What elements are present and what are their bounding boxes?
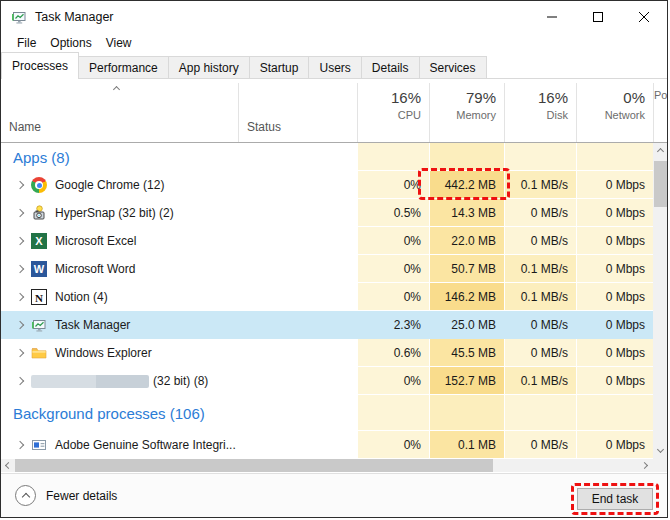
cpu-cell: 0% (357, 255, 429, 283)
disk-cell: 0.1 MB/s (504, 367, 576, 395)
process-name: Google Chrome (12) (55, 178, 164, 192)
menu-item-options[interactable]: Options (43, 34, 98, 52)
process-name: Notion (4) (55, 290, 108, 304)
column-header-status[interactable]: Status (238, 83, 357, 142)
horizontal-scrollbar[interactable] (1, 459, 653, 472)
network-cell: 0 Mbps (576, 311, 653, 339)
task-manager-icon (11, 9, 27, 25)
process-row[interactable]: WMicrosoft Word0%50.7 MB0.1 MB/s0 Mbps (1, 255, 653, 283)
expand-chevron-icon[interactable] (16, 181, 24, 189)
process-name: Task Manager (55, 318, 130, 332)
end-task-annotation: End task (571, 483, 659, 515)
expand-chevron-icon[interactable] (16, 265, 24, 273)
status-cell (238, 395, 357, 431)
scroll-right-icon[interactable] (641, 462, 648, 469)
name-cell: Apps (8) (1, 143, 238, 171)
scroll-up-icon[interactable] (657, 148, 664, 155)
expand-chevron-icon[interactable] (16, 293, 24, 301)
tab-details[interactable]: Details (362, 56, 420, 78)
tab-app-history[interactable]: App history (169, 56, 250, 78)
expand-chevron-icon[interactable] (16, 441, 24, 449)
memory-cell: 146.2 MB (429, 283, 504, 311)
vertical-scrollbar-thumb[interactable] (654, 161, 668, 207)
word-icon: W (31, 261, 47, 277)
column-header-power[interactable]: Po (653, 83, 668, 142)
excel-icon: X (31, 233, 47, 249)
expand-chevron-icon[interactable] (16, 349, 24, 357)
adobe-icon (31, 437, 47, 453)
expand-chevron-icon[interactable] (16, 321, 24, 329)
status-cell (238, 143, 357, 171)
cpu-cell: 0% (357, 171, 429, 199)
process-row[interactable]: Windows Explorer0.6%45.5 MB0 MB/s0 Mbps (1, 339, 653, 367)
minimize-button[interactable] (529, 1, 575, 33)
name-cell: (32 bit) (8) (1, 367, 238, 395)
disk-cell: 0 MB/s (504, 431, 576, 459)
name-cell: Google Chrome (12) (1, 171, 238, 199)
column-header-network[interactable]: 0% Network (576, 83, 653, 142)
maximize-button[interactable] (575, 1, 621, 33)
name-cell: Background processes (106) (1, 395, 238, 431)
status-cell (238, 283, 357, 311)
window-controls (529, 1, 667, 33)
horizontal-scrollbar-thumb[interactable] (15, 459, 493, 472)
menu-item-view[interactable]: View (99, 34, 139, 52)
tab-processes[interactable]: Processes (1, 52, 79, 78)
process-row[interactable]: Adobe Genuine Software Integri...0%0.1 M… (1, 431, 653, 459)
tab-startup[interactable]: Startup (250, 56, 310, 78)
column-header-name[interactable]: Name (9, 120, 41, 134)
process-row[interactable]: XMicrosoft Excel0%22.0 MB0 MB/s0 Mbps (1, 227, 653, 255)
process-row[interactable]: HyperSnap (32 bit) (2)0.5%14.3 MB0 MB/s0… (1, 199, 653, 227)
cpu-cell (357, 143, 429, 171)
cpu-cell (357, 395, 429, 431)
process-name: Microsoft Excel (55, 234, 136, 248)
vertical-scrollbar[interactable] (653, 143, 668, 459)
status-cell (238, 367, 357, 395)
network-cell: 0 Mbps (576, 171, 653, 199)
column-header-memory[interactable]: 79% Memory (429, 83, 504, 142)
expand-chevron-icon[interactable] (16, 209, 24, 217)
status-cell (238, 199, 357, 227)
name-cell: WMicrosoft Word (1, 255, 238, 283)
footer-bar: Fewer details End task (1, 473, 667, 518)
close-button[interactable] (621, 1, 667, 33)
network-cell: 0 Mbps (576, 339, 653, 367)
end-task-button[interactable]: End task (577, 488, 653, 510)
expand-chevron-icon[interactable] (16, 377, 24, 385)
section-header-row[interactable]: Background processes (106) (1, 395, 653, 431)
scroll-down-icon[interactable] (657, 446, 664, 453)
process-row[interactable]: (32 bit) (8)0%152.7 MB0.1 MB/s0 Mbps (1, 367, 653, 395)
section-header-row[interactable]: Apps (8) (1, 143, 653, 171)
notion-icon: N (31, 289, 47, 305)
scroll-left-icon[interactable] (5, 462, 12, 469)
tab-performance[interactable]: Performance (79, 56, 169, 78)
tab-services[interactable]: Services (420, 56, 487, 78)
cpu-cell: 0% (357, 367, 429, 395)
fewer-details-toggle[interactable]: Fewer details (15, 485, 117, 506)
taskmgr-icon (31, 317, 47, 333)
disk-cell: 0 MB/s (504, 199, 576, 227)
memory-cell: 22.0 MB (429, 227, 504, 255)
disk-cell: 0 MB/s (504, 311, 576, 339)
section-label: Apps (8) (13, 149, 70, 166)
tab-users[interactable]: Users (309, 56, 361, 78)
expand-chevron-icon[interactable] (16, 237, 24, 245)
name-cell: NNotion (4) (1, 283, 238, 311)
process-row[interactable]: Google Chrome (12)0%442.2 MB0.1 MB/s0 Mb… (1, 171, 653, 199)
column-header-disk[interactable]: 16% Disk (504, 83, 576, 142)
network-cell: 0 Mbps (576, 255, 653, 283)
name-cell: XMicrosoft Excel (1, 227, 238, 255)
process-row[interactable]: Task Manager2.3%25.0 MB0 MB/s0 Mbps (1, 311, 653, 339)
memory-cell (429, 143, 504, 171)
name-cell: Task Manager (1, 311, 238, 339)
menu-item-file[interactable]: File (10, 34, 43, 52)
disk-cell: 0.1 MB/s (504, 171, 576, 199)
column-header-cpu[interactable]: 16% CPU (357, 83, 429, 142)
process-name: HyperSnap (32 bit) (2) (55, 206, 174, 220)
chevron-up-circle-icon (15, 485, 36, 506)
status-cell (238, 227, 357, 255)
process-row[interactable]: NNotion (4)0%146.2 MB0.1 MB/s0 Mbps (1, 283, 653, 311)
status-cell (238, 339, 357, 367)
disk-cell: 0.1 MB/s (504, 255, 576, 283)
process-name: (32 bit) (8) (153, 374, 208, 388)
